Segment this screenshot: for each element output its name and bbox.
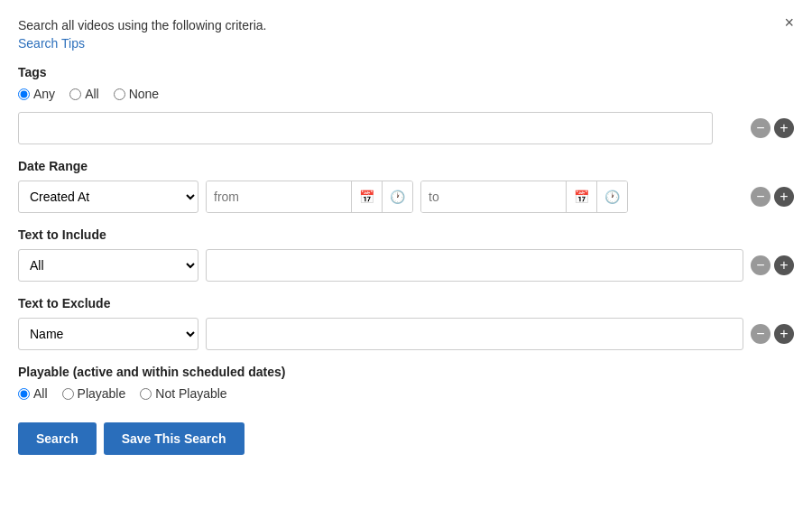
- tags-input-row: − +: [18, 112, 794, 144]
- tags-radio-none[interactable]: None: [114, 87, 159, 101]
- tags-add-button[interactable]: +: [774, 118, 794, 138]
- intro-text: Search all videos using the following cr…: [18, 18, 794, 32]
- tags-radio-any[interactable]: Any: [18, 87, 55, 101]
- text-exclude-circle-btns: − +: [751, 324, 794, 344]
- text-include-remove-button[interactable]: −: [751, 255, 770, 275]
- text-include-select[interactable]: All Name Description Tags: [18, 249, 198, 282]
- date-circle-btns: − +: [751, 187, 794, 207]
- tags-radio-all[interactable]: All: [69, 87, 99, 101]
- date-from-input[interactable]: [207, 181, 351, 212]
- text-exclude-label: Text to Exclude: [18, 296, 794, 310]
- date-from-clock-button[interactable]: 🕐: [382, 181, 412, 212]
- text-include-section: Text to Include All Name Description Tag…: [18, 227, 794, 282]
- text-exclude-select[interactable]: Name Description Tags: [18, 318, 198, 350]
- tags-radio-group: Any All None: [18, 87, 794, 101]
- text-include-circle-btns: − +: [751, 255, 794, 275]
- tags-input[interactable]: [18, 112, 713, 144]
- playable-label: Playable (active and within scheduled da…: [18, 365, 794, 379]
- date-remove-button[interactable]: −: [751, 187, 770, 207]
- text-include-add-button[interactable]: +: [774, 255, 794, 275]
- text-include-input[interactable]: [206, 249, 743, 282]
- tags-label: Tags: [18, 65, 794, 79]
- text-exclude-remove-button[interactable]: −: [751, 324, 770, 344]
- tags-remove-button[interactable]: −: [751, 118, 770, 138]
- playable-radio-playable[interactable]: Playable: [62, 386, 126, 401]
- date-range-label: Date Range: [18, 159, 794, 173]
- playable-radio-all[interactable]: All: [18, 386, 48, 401]
- text-include-row: All Name Description Tags − +: [18, 249, 794, 282]
- close-button[interactable]: ×: [784, 14, 794, 31]
- tags-section: Tags Any All None: [18, 65, 794, 101]
- playable-section: Playable (active and within scheduled da…: [18, 365, 794, 401]
- footer-buttons: Search Save This Search: [18, 422, 794, 455]
- date-to-input[interactable]: [421, 181, 566, 212]
- text-exclude-add-button[interactable]: +: [774, 324, 794, 344]
- date-to-wrapper: 📅 🕐: [420, 181, 628, 213]
- date-to-calendar-button[interactable]: 📅: [566, 181, 596, 212]
- date-range-select[interactable]: Created At Updated At Published At: [18, 181, 198, 213]
- search-tips-link[interactable]: Search Tips: [18, 36, 85, 51]
- playable-radio-not-playable[interactable]: Not Playable: [140, 386, 226, 401]
- text-exclude-input[interactable]: [206, 318, 743, 350]
- text-include-label: Text to Include: [18, 227, 794, 242]
- date-from-calendar-button[interactable]: 📅: [351, 181, 382, 212]
- date-add-button[interactable]: +: [774, 187, 794, 207]
- date-from-wrapper: 📅 🕐: [206, 181, 413, 213]
- date-range-row: Created At Updated At Published At 📅 🕐 📅…: [18, 181, 794, 213]
- date-to-clock-button[interactable]: 🕐: [596, 181, 627, 212]
- tags-circle-btns: − +: [751, 118, 794, 138]
- playable-radio-group: All Playable Not Playable: [18, 386, 794, 401]
- search-button[interactable]: Search: [18, 422, 97, 455]
- text-exclude-row: Name Description Tags − +: [18, 318, 794, 350]
- save-search-button[interactable]: Save This Search: [104, 422, 245, 455]
- text-exclude-section: Text to Exclude Name Description Tags − …: [18, 296, 794, 350]
- date-range-section: Date Range Created At Updated At Publish…: [18, 159, 794, 213]
